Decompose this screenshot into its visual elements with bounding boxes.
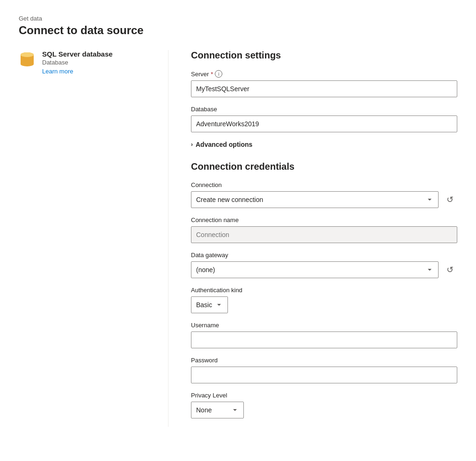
server-info-icon[interactable]: i	[215, 70, 222, 78]
data-gateway-label: Data gateway	[191, 252, 457, 259]
data-gateway-refresh-button[interactable]: ↺	[442, 262, 457, 277]
learn-more-link[interactable]: Learn more	[42, 68, 73, 75]
database-label: Database	[191, 106, 457, 113]
svg-point-4	[21, 52, 34, 57]
privacy-level-field-group: Privacy Level None Public Organizational…	[191, 392, 457, 418]
advanced-options-chevron: ›	[191, 141, 193, 148]
data-source-info: SQL Server database Database Learn more	[42, 50, 113, 75]
password-input[interactable]	[191, 367, 457, 383]
page-title: Connect to data source	[19, 24, 457, 37]
connection-field-group: Connection Create new connection ↺	[191, 181, 457, 208]
connection-select[interactable]: Create new connection	[191, 191, 439, 208]
username-input[interactable]	[191, 331, 457, 348]
username-field-group: Username	[191, 322, 457, 348]
breadcrumb: Get data	[19, 15, 457, 22]
data-source-item: SQL Server database Database Learn more	[19, 50, 149, 75]
username-label: Username	[191, 322, 457, 329]
data-gateway-field-group: Data gateway (none) ↺	[191, 252, 457, 278]
password-label: Password	[191, 357, 457, 364]
auth-kind-field-group: Authentication kind Basic Windows OAuth2	[191, 287, 457, 313]
database-field-group: Database	[191, 106, 457, 132]
left-panel: SQL Server database Database Learn more	[19, 50, 168, 427]
data-gateway-dropdown-wrapper: (none) ↺	[191, 261, 457, 278]
server-required-star: *	[211, 71, 213, 78]
server-label: Server * i	[191, 70, 457, 78]
privacy-level-select[interactable]: None Public Organizational Private	[191, 402, 244, 418]
advanced-options-label: Advanced options	[196, 141, 252, 148]
connection-label: Connection	[191, 181, 457, 188]
privacy-level-label: Privacy Level	[191, 392, 457, 399]
connection-name-field-group: Connection name	[191, 216, 457, 243]
server-input[interactable]	[191, 80, 457, 97]
data-source-name: SQL Server database	[42, 50, 113, 58]
data-source-type: Database	[42, 59, 113, 66]
connection-refresh-button[interactable]: ↺	[442, 192, 457, 207]
connection-name-input[interactable]	[191, 226, 457, 243]
data-gateway-select[interactable]: (none)	[191, 261, 439, 278]
connection-settings-title: Connection settings	[191, 50, 457, 61]
sql-server-icon	[19, 51, 36, 68]
auth-kind-select[interactable]: Basic Windows OAuth2	[191, 296, 228, 313]
svg-point-2	[21, 62, 34, 66]
right-panel: Connection settings Server * i Database …	[168, 50, 457, 427]
password-field-group: Password	[191, 357, 457, 383]
credentials-title: Connection credentials	[191, 161, 457, 172]
connection-dropdown-wrapper: Create new connection ↺	[191, 191, 457, 208]
connection-name-label: Connection name	[191, 216, 457, 223]
credentials-section: Connection credentials Connection Create…	[191, 161, 457, 418]
database-input[interactable]	[191, 115, 457, 132]
advanced-options-toggle[interactable]: › Advanced options	[191, 141, 457, 148]
auth-kind-label: Authentication kind	[191, 287, 457, 294]
server-field-group: Server * i	[191, 70, 457, 97]
